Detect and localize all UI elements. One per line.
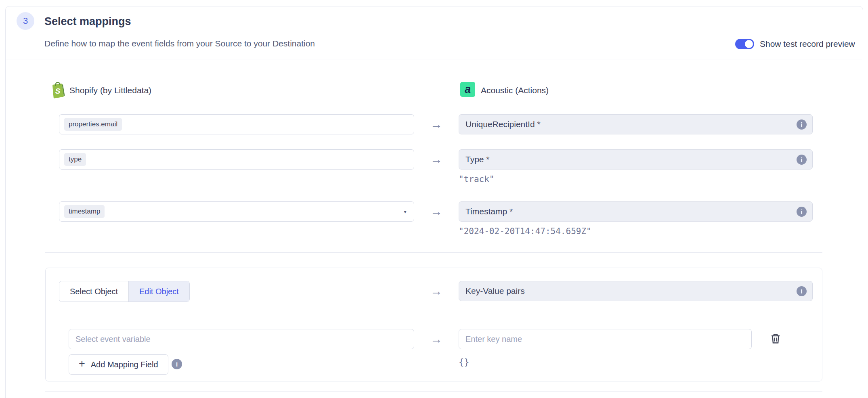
- destination-field-type: Type * i: [459, 149, 813, 170]
- destination-field-label: Timestamp *: [465, 207, 513, 216]
- chevron-down-icon[interactable]: ▾: [404, 208, 407, 215]
- add-mapping-field-button[interactable]: + Add Mapping Field: [69, 354, 168, 375]
- toggle-knob: [745, 40, 753, 48]
- tab-edit-object[interactable]: Edit Object: [128, 281, 189, 302]
- source-field-chip[interactable]: timestamp: [64, 205, 105, 218]
- source-field-chip[interactable]: properties.email: [64, 118, 122, 131]
- destination-app-label: Acoustic (Actions): [481, 86, 549, 95]
- plus-icon: +: [79, 358, 85, 369]
- test-preview-value: "track": [459, 174, 495, 184]
- step-number-badge: 3: [17, 12, 34, 30]
- info-icon[interactable]: i: [797, 207, 807, 217]
- source-field-input-type[interactable]: type: [59, 149, 414, 170]
- destination-field-label: Type *: [465, 155, 490, 164]
- destination-field-keyvalue-pairs: Key-Value pairs i: [459, 281, 813, 301]
- section-divider: [45, 252, 822, 253]
- next-section-divider: [45, 391, 822, 392]
- source-field-chip[interactable]: type: [64, 153, 86, 166]
- test-preview-empty-object: {}: [459, 357, 470, 367]
- shopify-bag-icon: S: [50, 81, 65, 100]
- header-divider: [6, 59, 862, 59]
- arrow-right-icon: →: [414, 117, 459, 131]
- show-test-record-toggle[interactable]: [735, 39, 754, 49]
- destination-field-timestamp: Timestamp * i: [459, 201, 813, 222]
- page-title: Select mappings: [44, 15, 131, 28]
- event-variable-input[interactable]: [69, 329, 414, 349]
- info-icon[interactable]: i: [797, 286, 807, 296]
- source-app-label: Shopify (by Littledata): [69, 86, 151, 95]
- destination-field-label: UniqueRecipientId *: [465, 119, 541, 129]
- destination-field-uniquerecipientid: UniqueRecipientId * i: [459, 114, 813, 134]
- panel-divider: [46, 317, 822, 317]
- info-icon[interactable]: i: [172, 359, 182, 369]
- test-preview-value: "2024-02-20T14:47:54.659Z": [459, 226, 591, 236]
- info-icon[interactable]: i: [797, 155, 807, 165]
- arrow-right-icon: →: [414, 205, 459, 218]
- tab-select-object[interactable]: Select Object: [59, 281, 128, 302]
- select-mappings-page: 3 Select mappings Define how to map the …: [0, 0, 868, 398]
- arrow-right-icon: →: [414, 284, 459, 298]
- arrow-right-icon: →: [414, 332, 459, 346]
- destination-field-label: Key-Value pairs: [465, 286, 525, 296]
- add-mapping-field-label: Add Mapping Field: [91, 360, 158, 369]
- info-icon[interactable]: i: [797, 119, 807, 130]
- acoustic-icon: a: [460, 82, 475, 97]
- object-mode-tabs: Select Object Edit Object: [59, 281, 190, 302]
- arrow-right-icon: →: [414, 153, 459, 166]
- source-field-input-email[interactable]: properties.email: [59, 114, 414, 134]
- svg-text:S: S: [55, 87, 61, 95]
- key-name-input[interactable]: [459, 329, 752, 349]
- page-subtitle: Define how to map the event fields from …: [44, 39, 315, 48]
- trash-icon[interactable]: [770, 333, 781, 346]
- toggle-label: Show test record preview: [760, 39, 855, 49]
- source-field-input-timestamp[interactable]: timestamp ▾: [59, 201, 414, 222]
